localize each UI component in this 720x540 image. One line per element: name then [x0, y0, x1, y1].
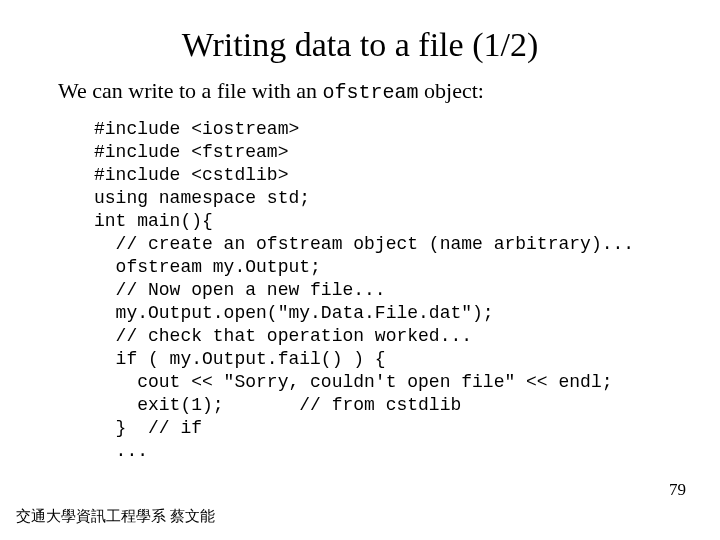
slide-title: Writing data to a file (1/2) — [30, 26, 690, 64]
intro-line: We can write to a file with an ofstream … — [58, 78, 690, 104]
slide: Writing data to a file (1/2) We can writ… — [0, 0, 720, 540]
page-number: 79 — [669, 480, 686, 500]
footer-credit: 交通大學資訊工程學系 蔡文能 — [16, 507, 215, 526]
code-block: #include <iostream> #include <fstream> #… — [94, 118, 690, 463]
intro-text-after: object: — [419, 78, 484, 103]
intro-inline-code: ofstream — [323, 81, 419, 104]
intro-text-before: We can write to a file with an — [58, 78, 323, 103]
